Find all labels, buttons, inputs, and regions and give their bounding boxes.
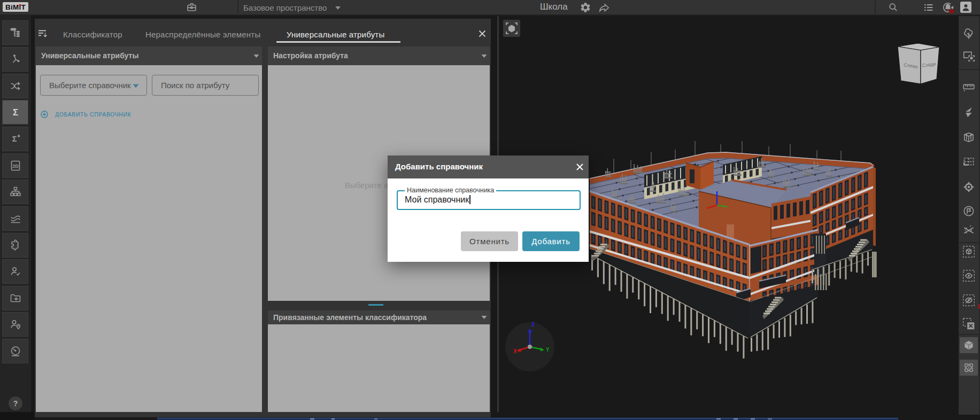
svg-text:Σ: Σ [12, 107, 18, 118]
svg-text:2D: 2D [12, 164, 19, 169]
svg-text:Σ: Σ [12, 135, 17, 143]
svg-text:Z: Z [531, 322, 535, 328]
svg-text:X: X [513, 348, 517, 354]
svg-text:1: 1 [964, 228, 966, 231]
svg-text:2: 2 [970, 224, 971, 228]
svg-text:Y: Y [546, 347, 550, 353]
